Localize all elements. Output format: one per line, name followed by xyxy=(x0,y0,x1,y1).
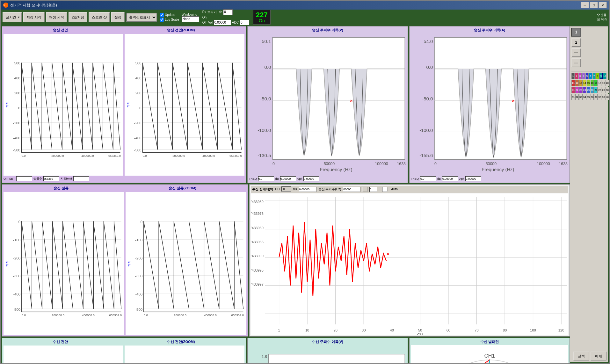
channel-row-3: 21 22 23 24 25 26 27 28 29 30 xyxy=(571,87,606,93)
settings-button[interactable]: 설정 xyxy=(111,12,125,22)
play-start-button[interactable]: 재생 시작 xyxy=(46,12,67,22)
update-checkbox[interactable] xyxy=(160,13,164,17)
screenshot-button[interactable]: 스크린 샷 xyxy=(89,12,110,22)
ch-16-button[interactable]: 16 xyxy=(591,80,594,86)
recv-auto-checkbox[interactable] xyxy=(379,187,390,192)
recv-db-input[interactable] xyxy=(299,187,316,192)
ch-35-button[interactable]: 35 xyxy=(587,94,590,100)
svg-text:-400: -400 xyxy=(134,136,142,140)
ch-18-button[interactable]: 18 xyxy=(598,80,601,86)
num-2-button[interactable]: 2 xyxy=(571,38,581,47)
windowing-input[interactable] xyxy=(182,16,199,22)
maximize-button[interactable]: □ xyxy=(590,2,598,8)
adc-input[interactable] xyxy=(240,20,249,25)
vpk-value-input[interactable] xyxy=(303,176,319,181)
db-a-input[interactable] xyxy=(442,176,458,181)
ch-20-button[interactable]: 20 xyxy=(606,80,609,86)
ch-24-button[interactable]: 24 xyxy=(583,87,586,93)
signal-display-select[interactable]: 출력신호표시 xyxy=(126,13,157,22)
tx-voltage-right-svg: 500 400 200 0 -200 -400 -500 0.0 200000.… xyxy=(125,34,244,176)
ch-12-button[interactable]: 12 xyxy=(575,80,579,86)
num-3-button[interactable]: — xyxy=(571,48,581,57)
ch-6-button[interactable]: 6 xyxy=(589,73,592,79)
channel-grid: 1 2 3 4 5 6 7 8 9 10 11 12 13 14 xyxy=(571,73,606,101)
time-input[interactable] xyxy=(73,176,89,181)
select-button[interactable]: 선택 xyxy=(573,352,589,360)
rx-freq-v-svg: × -1.8 -25.0 -50.0 -75.0 -100.0 -125.0 -… xyxy=(249,345,406,363)
logscale-checkbox[interactable] xyxy=(160,18,164,22)
rx-beam-panel: 수신 빔패턴 xyxy=(409,338,570,363)
main-window: ○ 전기적 시험 모니터링(원음) ─ □ ✕ 실시간 저장 시작 재생 시작 … xyxy=(0,0,610,364)
ch-13-button[interactable]: 13 xyxy=(579,80,583,86)
ch-30-button[interactable]: 30 xyxy=(606,87,609,93)
db-value-input[interactable] xyxy=(280,176,296,181)
minimize-button[interactable]: ─ xyxy=(581,2,589,8)
mode-dropdown-button[interactable]: 실시간 xyxy=(3,12,22,22)
ch-36-button[interactable]: 36 xyxy=(591,94,594,100)
ch-21-button[interactable]: 21 xyxy=(571,87,575,93)
ch-19-button[interactable]: 19 xyxy=(602,80,605,86)
recv-auto-checkbox-label[interactable]: Auto xyxy=(379,187,398,192)
ch-7-button[interactable]: 7 xyxy=(592,73,596,79)
apk-input[interactable] xyxy=(465,176,481,181)
ch-11-button[interactable]: 11 xyxy=(571,80,575,86)
ch-4-button[interactable]: 4 xyxy=(582,73,585,79)
num-4-button[interactable]: — xyxy=(571,58,581,67)
ch-2-button[interactable]: 2 xyxy=(575,73,578,79)
offset-input[interactable] xyxy=(16,176,32,181)
ch-label: ch xyxy=(219,10,222,14)
ch-33-button[interactable]: 33 xyxy=(579,94,583,100)
volt-input[interactable] xyxy=(214,20,231,25)
recv-error-label: 보 에러 xyxy=(597,17,607,22)
ch-1-button[interactable]: 1 xyxy=(571,73,575,79)
ch-15-button[interactable]: 15 xyxy=(587,80,590,86)
ch-14-button[interactable]: 14 xyxy=(583,80,586,86)
ch-28-button[interactable]: 28 xyxy=(598,87,601,93)
recv-freq-plus-button[interactable]: + xyxy=(362,187,367,192)
svg-text:-400: -400 xyxy=(135,292,142,296)
save-2s-button[interactable]: 2초저장 xyxy=(69,12,87,22)
samples-input[interactable] xyxy=(43,176,59,181)
tx-freq-a-panel: 송신 주파수 이득(A) 54.0 0.0 -50.0 -100.0 -155.… xyxy=(409,26,570,183)
ch-34-button[interactable]: 34 xyxy=(583,94,586,100)
svg-text:-400: -400 xyxy=(13,136,20,140)
ch-39-button[interactable]: 39 xyxy=(602,94,605,100)
rx-trigger-group: Rx 트리거 ch On Off Vol ADC xyxy=(202,9,249,25)
ch-38-button[interactable]: 38 xyxy=(598,94,601,100)
update-checkbox-label[interactable]: Update xyxy=(160,13,179,17)
window-title: 전기적 시험 모니터링(원음) xyxy=(10,3,57,8)
ch-26-button[interactable]: 26 xyxy=(591,87,594,93)
rx-voltage-zoom-title: 수신 전안(ZOOM) xyxy=(167,339,195,344)
ch-9-button[interactable]: 9 xyxy=(599,73,603,79)
freq-a-input[interactable] xyxy=(420,176,436,181)
ch-31-button[interactable]: 31 xyxy=(571,94,575,100)
app-icon: ○ xyxy=(3,3,8,8)
ch-8-button[interactable]: 8 xyxy=(596,73,599,79)
ch-17-button[interactable]: 17 xyxy=(594,80,598,86)
freq-value-input[interactable] xyxy=(258,176,274,181)
ch-29-button[interactable]: 29 xyxy=(602,87,605,93)
vpk-label: Vpk xyxy=(297,177,302,180)
ch-22-button[interactable]: 22 xyxy=(575,87,579,93)
ch-40-button[interactable]: 40 xyxy=(606,94,609,100)
num-1-button[interactable]: 1 xyxy=(571,28,581,37)
svg-text:50.1: 50.1 xyxy=(262,39,271,44)
ch-input[interactable] xyxy=(223,9,233,15)
ch-32-button[interactable]: 32 xyxy=(575,94,579,100)
recv-freq-offset-input[interactable] xyxy=(369,187,377,192)
ch-5-button[interactable]: 5 xyxy=(585,73,589,79)
ch-3-button[interactable]: 3 xyxy=(578,73,582,79)
ch-37-button[interactable]: 37 xyxy=(594,94,598,100)
logscale-checkbox-label[interactable]: Log Scale xyxy=(160,18,179,22)
close-button[interactable]: ✕ xyxy=(599,2,607,8)
cancel-button[interactable]: 해제 xyxy=(591,352,606,360)
ch-23-button[interactable]: 23 xyxy=(579,87,583,93)
recv-center-freq-input[interactable] xyxy=(343,187,360,192)
ch-10-button[interactable]: 10 xyxy=(603,73,606,79)
row-3: 수신 전안 수신 전안(ZOOM) 하치 xyxy=(2,338,570,363)
ch-27-button[interactable]: 27 xyxy=(594,87,598,93)
save-start-button[interactable]: 저장 시작 xyxy=(23,12,45,22)
recv-ch-input[interactable] xyxy=(281,186,291,192)
ch-25-button[interactable]: 25 xyxy=(587,87,590,93)
recv-filter-svg: -140.817997433989 -140.817997433975 -140… xyxy=(251,193,568,335)
